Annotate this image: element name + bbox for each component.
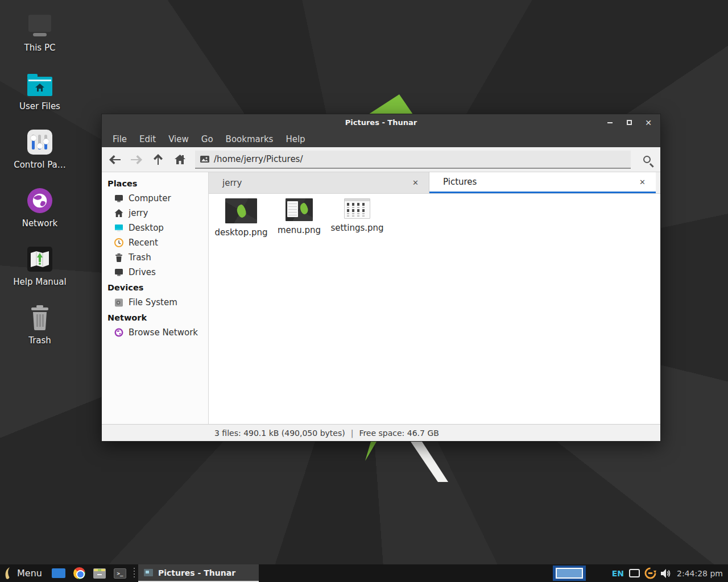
sidebar-item-label: Computer <box>129 193 171 203</box>
desktop-png-thumbnail <box>225 198 257 223</box>
file-desktop-png[interactable]: desktop.png <box>212 198 270 238</box>
tab-pictures[interactable]: Pictures ✕ <box>429 172 656 193</box>
panel-separator-handle[interactable] <box>133 568 135 579</box>
user-files-folder-icon <box>27 69 52 96</box>
terminal-launcher[interactable]: >_ <box>110 564 130 582</box>
tab-jerry[interactable]: jerry ✕ <box>209 172 429 193</box>
trash-can-icon <box>28 303 51 330</box>
file-browser-pane: jerry ✕ Pictures ✕ desktop.png <box>209 172 660 424</box>
statusbar: 3 files: 490.1 kB (490,050 bytes) | Free… <box>102 424 660 441</box>
computer-icon <box>114 194 123 202</box>
statusbar-files-summary: 3 files: 490.1 kB (490,050 bytes) <box>214 429 345 438</box>
path-bar[interactable]: /home/jerry/Pictures/ <box>195 151 631 169</box>
statusbar-separator: | <box>351 429 354 438</box>
menu-view[interactable]: View <box>162 131 195 147</box>
up-button[interactable] <box>147 149 169 170</box>
statusbar-free-space: Free space: 46.7 GB <box>359 429 439 438</box>
window-controls: ✕ <box>606 114 652 131</box>
file-icon-view[interactable]: desktop.png menu.png <box>209 194 660 424</box>
path-text: /home/jerry/Pictures/ <box>214 154 303 164</box>
desktop-icon-label: User Files <box>19 101 60 111</box>
desktop-icon-label: Network <box>22 218 58 228</box>
file-system-drive-icon <box>114 298 123 307</box>
file-name: settings.png <box>330 223 383 233</box>
file-manager-launcher[interactable] <box>89 564 110 582</box>
desktop-icon-label: Trash <box>28 335 51 346</box>
file-settings-png[interactable]: settings.png <box>328 198 386 233</box>
home-button[interactable] <box>169 149 191 170</box>
this-pc-icon <box>27 10 53 38</box>
tab-bar: jerry ✕ Pictures ✕ <box>209 172 660 194</box>
picture-file-icon <box>200 156 209 163</box>
workspace-switcher[interactable] <box>553 566 586 581</box>
sidebar-item-file-system[interactable]: File System <box>102 295 208 310</box>
recent-clock-icon <box>114 238 123 247</box>
search-button[interactable] <box>635 149 658 170</box>
sidebar-item-computer[interactable]: Computer <box>102 191 208 206</box>
desktop-icon-help-manual[interactable]: Help Manual <box>6 244 74 287</box>
window-titlebar[interactable]: Pictures - Thunar ✕ <box>102 114 660 131</box>
menubar: File Edit View Go Bookmarks Help <box>102 131 660 147</box>
sidebar-header-devices: Devices <box>102 280 208 295</box>
home-icon <box>114 209 123 217</box>
menu-help[interactable]: Help <box>279 131 311 147</box>
show-desktop-button[interactable] <box>48 564 69 582</box>
sidebar-item-desktop[interactable]: Desktop <box>102 221 208 235</box>
tab-close-icon[interactable]: ✕ <box>410 177 421 188</box>
maximize-button[interactable] <box>625 119 633 127</box>
window-title: Pictures - Thunar <box>345 118 417 127</box>
file-menu-png[interactable]: menu.png <box>270 198 328 235</box>
thunar-window: Pictures - Thunar ✕ File Edit View Go Bo… <box>101 114 661 442</box>
settings-png-thumbnail <box>344 198 370 219</box>
drives-icon <box>114 268 123 276</box>
menu-edit[interactable]: Edit <box>133 131 162 147</box>
back-button[interactable] <box>104 149 126 170</box>
menu-bookmarks[interactable]: Bookmarks <box>220 131 280 147</box>
tab-label: jerry <box>222 178 242 188</box>
sidebar-header-network: Network <box>102 310 208 325</box>
toolbar: /home/jerry/Pictures/ <box>102 147 660 172</box>
sidebar-item-jerry[interactable]: jerry <box>102 206 208 221</box>
minimize-icon <box>607 122 613 123</box>
back-icon <box>109 155 121 164</box>
menu-button-label: Menu <box>17 568 42 579</box>
desktop-icon-column: This PC User Files Control Pa… <box>6 10 74 361</box>
sidebar-item-label: Drives <box>129 267 156 277</box>
keyboard-layout-indicator[interactable]: EN <box>612 569 624 578</box>
menu-file[interactable]: File <box>106 131 133 147</box>
sidebar-item-drives[interactable]: Drives <box>102 265 208 280</box>
forward-button[interactable] <box>126 149 147 170</box>
update-notifier-icon[interactable] <box>644 567 656 579</box>
sidebar-item-browse-network[interactable]: Browse Network <box>102 325 208 340</box>
sidebar-item-label: File System <box>129 297 177 307</box>
up-icon <box>154 154 163 165</box>
taskbar-clock[interactable]: 2:44:28 pm <box>677 569 723 578</box>
volume-icon[interactable] <box>661 569 671 578</box>
minimize-button[interactable] <box>606 119 614 127</box>
desktop-icon-network[interactable]: Network <box>6 186 74 228</box>
sidebar-item-label: Desktop <box>129 223 164 233</box>
distro-logo-icon <box>5 567 12 580</box>
menu-go[interactable]: Go <box>195 131 220 147</box>
workspace-1[interactable] <box>556 568 583 579</box>
desktop-icon-user-files[interactable]: User Files <box>6 69 74 111</box>
network-globe-icon <box>27 186 52 213</box>
display-tray-icon[interactable] <box>629 569 640 577</box>
file-name: menu.png <box>278 225 321 235</box>
sidebar-item-trash[interactable]: Trash <box>102 250 208 265</box>
sidebar-item-recent[interactable]: Recent <box>102 235 208 250</box>
desktop-icon-trash[interactable]: Trash <box>6 303 74 346</box>
search-icon <box>643 156 651 163</box>
tab-close-icon[interactable]: ✕ <box>637 177 648 188</box>
applications-menu-button[interactable]: Menu <box>0 564 48 582</box>
chrome-launcher[interactable] <box>69 564 89 582</box>
home-icon <box>175 155 185 164</box>
file-manager-icon <box>93 568 106 579</box>
taskbar-window-button[interactable]: Pictures - Thunar <box>138 564 259 582</box>
desktop-icon-this-pc[interactable]: This PC <box>6 10 74 53</box>
chrome-icon <box>73 567 85 579</box>
close-button[interactable]: ✕ <box>644 119 652 127</box>
sidebar-item-label: Trash <box>129 252 151 263</box>
desktop-icon-control-panel[interactable]: Control Pa… <box>6 127 74 170</box>
sidebar-item-label: Recent <box>129 238 158 248</box>
